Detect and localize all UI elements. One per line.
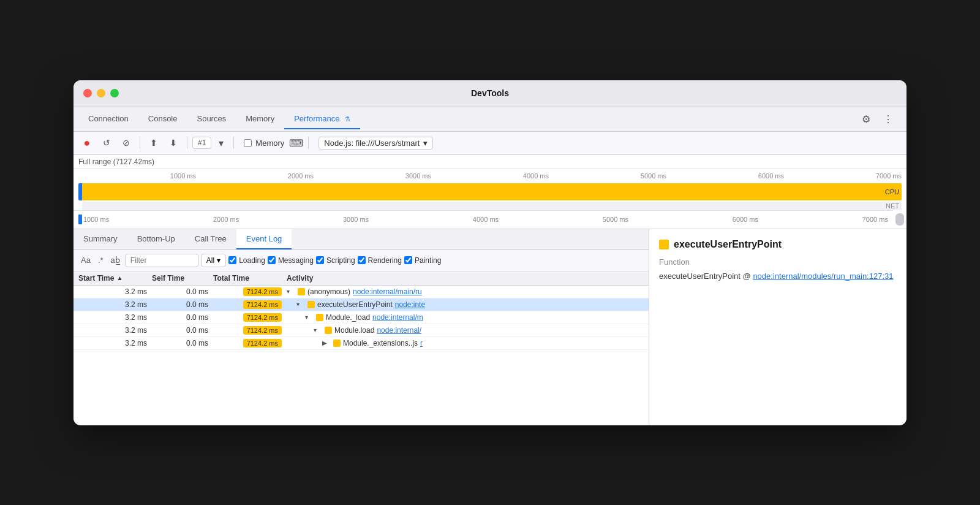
cell-activity: ▾ Module.load node:internal/ bbox=[287, 326, 644, 335]
record-button[interactable]: ● bbox=[78, 134, 96, 151]
activity-icon bbox=[325, 327, 332, 334]
time-badge: 7124.2 ms bbox=[243, 313, 282, 322]
detail-name: executeUserEntryPoint bbox=[674, 239, 782, 250]
download-button[interactable]: ⬇ bbox=[165, 134, 182, 151]
case-sensitive-btn[interactable]: Aa bbox=[78, 254, 93, 266]
activity-name: Module.load bbox=[334, 326, 374, 335]
activity-icon bbox=[298, 288, 305, 295]
performance-icon: ⚗ bbox=[344, 115, 350, 123]
cell-activity: ▶ Module._extensions..js r bbox=[287, 339, 644, 347]
tab-console[interactable]: Console bbox=[138, 109, 187, 129]
net-label: NET bbox=[886, 202, 899, 210]
loading-checkbox-input[interactable] bbox=[228, 256, 236, 264]
whole-word-btn[interactable]: ab̲ bbox=[108, 254, 123, 266]
header-total-time[interactable]: Total Time bbox=[213, 274, 287, 283]
scrollbar-handle[interactable] bbox=[895, 213, 904, 226]
time-badge: 7124.2 ms bbox=[243, 287, 282, 296]
recording-dropdown[interactable]: ▾ bbox=[214, 135, 228, 150]
separator-4 bbox=[308, 137, 309, 149]
more-button[interactable]: ⋮ bbox=[880, 110, 897, 127]
detail-title-row: executeUserEntryPoint bbox=[659, 239, 897, 250]
capture-icon[interactable]: ⌨ bbox=[289, 137, 303, 149]
activity-link[interactable]: node:internal/main/ru bbox=[353, 287, 422, 296]
header-activity[interactable]: Activity bbox=[287, 274, 644, 283]
table-row[interactable]: 3.2 ms 0.0 ms 7124.2 ms ▶ Module._extens… bbox=[74, 337, 649, 350]
table-header: Start Time ▲ Self Time Total Time Activi… bbox=[74, 271, 649, 286]
cell-total-time: 7124.2 ms bbox=[213, 300, 287, 309]
rendering-checkbox-input[interactable] bbox=[358, 256, 366, 264]
header-start-time[interactable]: Start Time ▲ bbox=[78, 274, 152, 283]
titlebar: DevTools bbox=[74, 80, 907, 107]
detail-link[interactable]: node:internal/modules/run_main:127:31 bbox=[753, 271, 893, 281]
tab-performance[interactable]: Performance ⚗ bbox=[284, 109, 360, 129]
expand-arrow[interactable]: ▾ bbox=[314, 327, 322, 333]
detail-type: Function bbox=[659, 257, 897, 267]
time-badge: 7124.2 ms bbox=[243, 326, 282, 335]
table-row[interactable]: 3.2 ms 0.0 ms 7124.2 ms ▾ executeUserEnt… bbox=[74, 298, 649, 311]
activity-link[interactable]: r bbox=[420, 339, 423, 347]
loading-checkbox[interactable]: Loading bbox=[228, 256, 265, 265]
minimize-button[interactable] bbox=[97, 89, 105, 97]
tabs-bar: Connection Console Sources Memory Perfor… bbox=[74, 107, 907, 132]
table-row[interactable]: 3.2 ms 0.0 ms 7124.2 ms ▾ Module._load n… bbox=[74, 311, 649, 324]
table-body: 3.2 ms 0.0 ms 7124.2 ms ▾ (anonymous) no… bbox=[74, 286, 649, 425]
detail-panel: executeUserEntryPoint Function executeUs… bbox=[649, 229, 907, 425]
activity-name: (anonymous) bbox=[307, 287, 350, 296]
tab-bottom-up[interactable]: Bottom-Up bbox=[127, 229, 185, 249]
event-panel: Summary Bottom-Up Call Tree Event Log Aa… bbox=[74, 229, 649, 425]
separator-3 bbox=[233, 137, 234, 149]
tab-event-log[interactable]: Event Log bbox=[236, 229, 292, 249]
activity-link[interactable]: node:internal/ bbox=[377, 326, 421, 335]
expand-arrow[interactable]: ▾ bbox=[305, 314, 314, 321]
reload-button[interactable]: ↺ bbox=[98, 134, 115, 151]
time-badge: 7124.2 ms bbox=[243, 339, 282, 347]
painting-checkbox-input[interactable] bbox=[404, 256, 412, 264]
ruler-bottom-row: 1000 ms 2000 ms 3000 ms 4000 ms 5000 ms … bbox=[74, 210, 907, 229]
tab-sources[interactable]: Sources bbox=[187, 109, 236, 129]
expand-arrow[interactable]: ▶ bbox=[322, 340, 331, 346]
activity-icon bbox=[307, 301, 315, 308]
maximize-button[interactable] bbox=[110, 89, 119, 97]
memory-checkbox-input[interactable] bbox=[244, 139, 252, 147]
activity-name: Module._load bbox=[326, 313, 370, 322]
messaging-checkbox-input[interactable] bbox=[268, 256, 276, 264]
net-bar-area: NET bbox=[82, 202, 902, 210]
tab-memory[interactable]: Memory bbox=[236, 109, 284, 129]
close-button[interactable] bbox=[83, 89, 92, 97]
activity-icon bbox=[316, 314, 323, 321]
cell-self-time: 0.0 ms bbox=[152, 313, 213, 322]
expand-arrow[interactable]: ▾ bbox=[287, 288, 295, 295]
regex-btn[interactable]: .* bbox=[96, 254, 106, 266]
cpu-bar[interactable]: CPU bbox=[82, 183, 902, 200]
scripting-checkbox-input[interactable] bbox=[316, 256, 324, 264]
filter-bar: Aa .* ab̲ All ▾ Loading Messaging bbox=[74, 250, 649, 271]
settings-button[interactable]: ⚙ bbox=[858, 110, 875, 127]
table-row[interactable]: 3.2 ms 0.0 ms 7124.2 ms ▾ Module.load no… bbox=[74, 324, 649, 337]
node-selector[interactable]: Node.js: file:///Users/stmart ▾ bbox=[318, 137, 433, 150]
tab-connection[interactable]: Connection bbox=[78, 109, 138, 129]
upload-button[interactable]: ⬆ bbox=[145, 134, 162, 151]
header-self-time[interactable]: Self Time bbox=[152, 274, 213, 283]
time-badge: 7124.2 ms bbox=[243, 300, 282, 309]
cell-self-time: 0.0 ms bbox=[152, 339, 213, 347]
category-dropdown[interactable]: All ▾ bbox=[201, 254, 226, 267]
activity-name: executeUserEntryPoint bbox=[317, 300, 393, 309]
cell-total-time: 7124.2 ms bbox=[213, 339, 287, 347]
activity-link[interactable]: node:internal/m bbox=[372, 313, 423, 322]
cell-self-time: 0.0 ms bbox=[152, 287, 213, 296]
painting-checkbox[interactable]: Painting bbox=[404, 256, 441, 265]
clear-button[interactable]: ⊘ bbox=[118, 134, 135, 151]
memory-checkbox[interactable]: Memory bbox=[244, 139, 284, 148]
activity-link[interactable]: node:inte bbox=[395, 300, 425, 309]
cell-total-time: 7124.2 ms bbox=[213, 326, 287, 335]
net-bar: NET bbox=[82, 202, 902, 210]
messaging-checkbox[interactable]: Messaging bbox=[268, 256, 314, 265]
tab-call-tree[interactable]: Call Tree bbox=[185, 229, 236, 249]
tab-summary[interactable]: Summary bbox=[74, 229, 127, 249]
rendering-checkbox[interactable]: Rendering bbox=[358, 256, 402, 265]
table-row[interactable]: 3.2 ms 0.0 ms 7124.2 ms ▾ (anonymous) no… bbox=[74, 286, 649, 298]
scripting-checkbox[interactable]: Scripting bbox=[316, 256, 355, 265]
activity-name: Module._extensions..js bbox=[343, 339, 418, 347]
expand-arrow[interactable]: ▾ bbox=[296, 301, 305, 308]
filter-input[interactable] bbox=[125, 254, 198, 267]
